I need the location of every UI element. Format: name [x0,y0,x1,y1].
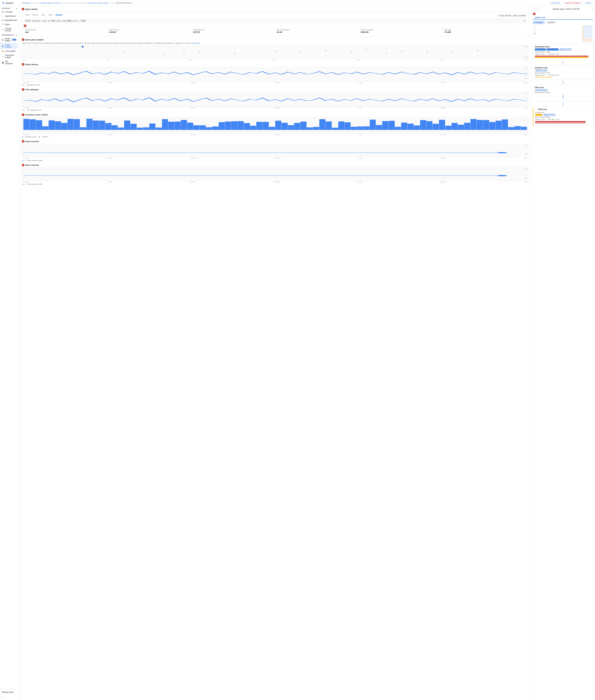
zoom-reset-button[interactable]: ↺ [533,32,536,35]
query-plan-tab[interactable]: QUERY PLAN [533,16,547,20]
scatter-dot[interactable] [199,51,200,53]
avg-cpu-value: 1,968.93 [109,31,190,33]
scatter-dot[interactable] [123,52,124,53]
time-tab-30days[interactable]: 30 days [55,13,63,16]
qp-cpu-time: CPU time: 2.75 s [548,119,560,120]
time-tab-1hour[interactable]: 1 hour [24,13,31,16]
date-range-picker[interactable]: ✓ 3/1/23, 8:43 PM – 3/2/23, 12:04 AM [497,14,527,17]
delete-database-button[interactable]: DELETE DATABASE [563,1,582,5]
time-tab-6hours[interactable]: 6 hours [31,13,39,16]
bar-item [495,121,502,130]
time-tab-7days[interactable]: 7 days [47,13,54,16]
cpu-y-top: 8s [526,93,527,94]
scatter-dot[interactable] [426,52,428,53]
bar-item [414,125,420,130]
qp-node-table-scan[interactable]: ⚠ Table scan on order_item Full scan Hig… [533,107,593,125]
stats-row: Execution Count 340 Avg. CPU (ms) 1,968.… [24,28,527,34]
sidebar-item-release-notes[interactable]: Release Notes [0,690,18,694]
scatter-dot[interactable] [300,52,301,53]
scatter-dot[interactable] [477,50,478,51]
cpu-utilization-title: 6 CPU utilization [22,88,529,91]
bar-item [244,123,250,130]
key-visualizer-icon: ▦ [2,61,4,64]
sidebar-item-query[interactable]: ? Query [0,22,18,27]
zoom-in-button[interactable]: + [533,25,536,28]
badge-full-scan: Full scan [535,114,542,116]
bar-item [143,127,149,130]
scatter-dot[interactable] [452,51,453,53]
sidebar-collapse-button[interactable]: « [0,694,19,699]
nav-prev-button[interactable]: ‹ [533,8,536,11]
sidebar-item-lock-insights[interactable]: 🔒 Lock insights [0,49,18,53]
bar-item [445,126,451,130]
breadcrumb-instance-name[interactable]: example-instance: Overview [40,2,60,4]
qp-connector-3 [533,103,593,106]
sidebar-item-overview[interactable]: ☰ Overview [0,10,18,14]
bar-item [325,121,332,130]
bar-item [301,122,307,130]
sidebar-item-transaction-insights[interactable]: ↔ Transaction insights [0,53,18,59]
qp-node-filter-scan[interactable]: Filter scan Highest row count Rows retur… [533,85,593,101]
cpu-chart: 8s 4s 0 [22,92,529,107]
copy-sql-button[interactable]: ⧉ [524,20,525,22]
qp-metric-row: Latency: 2.76 s CPU time: 2.78 s [535,53,591,55]
qp-node-distributed-union[interactable]: Distributed union Highest latency Highes… [533,44,593,60]
bar-item [193,125,200,130]
bar-item [269,127,275,130]
expand-button[interactable]: ⤢ [591,8,593,11]
bar-item [131,124,137,130]
bar-item [118,127,124,130]
sidebar-item-import-export[interactable]: ↕ Import/Export [0,14,18,18]
scatter-dot[interactable] [350,51,352,53]
import-export-icon: ↕ [2,15,4,17]
scatter-dot[interactable] [275,51,276,52]
sidebar-item-query-label: Query [5,23,10,26]
zoom-out-button[interactable]: − [533,29,536,32]
scatter-dot[interactable] [386,53,387,54]
scatter-dot-selected[interactable] [82,46,84,48]
expanded-button[interactable]: EXPANDED [533,21,544,24]
qp-node-title: Distributed union [535,46,591,48]
scatter-dot[interactable] [163,54,164,55]
bar-item [275,121,281,130]
breadcrumb-all-instances[interactable]: All instances [22,2,31,4]
overview-icon: ☰ [2,11,4,13]
latency-legend: Avg latency: 2.236s [22,84,529,86]
scatter-dot[interactable] [234,53,235,54]
breadcrumb-database-name[interactable]: example-db-1: Query insights [87,2,108,4]
scatter-dot[interactable] [401,51,402,52]
bar-item [181,120,187,130]
cpu-chart-svg [23,93,527,104]
bar-item [420,120,426,130]
exec-x-labels: UTC+5:30 9:30 PM 10:00 PM 10:30 PM 11 PM… [22,134,529,136]
learn-button[interactable]: LEARN [584,1,593,5]
exec-legend-label: Execution count: 1 [25,136,37,138]
bar-item [338,121,344,130]
compact-button[interactable]: COMPACT [546,21,557,24]
scatter-dot[interactable] [366,49,367,51]
scatter-plot[interactable]: 3.00s 1.50s [22,45,529,59]
bar-item [137,128,143,130]
bar-item [489,122,495,130]
scatter-dot[interactable] [325,50,326,51]
rows-returned-y-top: 50k [525,168,527,170]
write-ddl-button[interactable]: WRITE DDL [549,1,562,5]
query-plan-samples-section: 3 Query plan samples Select one of the d… [22,38,529,61]
time-tab-1day[interactable]: 1 day [40,13,46,16]
learn-more-link[interactable]: Learn more [191,42,200,44]
sidebar-item-system-insights[interactable]: ◈ System insights NEW [0,36,18,43]
nav-arrows: ‹ › [533,8,541,11]
badge-highest-row-count: Highest row count [535,89,548,91]
bar-item [23,119,29,130]
qp-node-badges: Highest latency Highest CPU time Highest… [535,49,591,51]
nav-next-button[interactable]: › [537,8,541,11]
scatter-dot[interactable] [183,53,185,54]
qp-node-serialize-result[interactable]: Serialize result Highest row count Rows … [533,65,593,80]
sidebar-item-backup-restore[interactable]: ⟳ Backup/Restore [0,18,18,22]
rows-returned-title: 9 Rows returned [22,164,529,166]
cpu-utilization-section: 6 CPU utilization 8s 4s 0 UTC+5:30 9:30 … [22,88,529,111]
sidebar-item-change-streams[interactable]: 〜 Change streams [0,27,18,33]
sidebar-item-key-visualizer[interactable]: ▦ Key Visualizer [0,59,18,66]
badge-highest-row-count: Highest row count [543,114,556,116]
sidebar-item-query-insights[interactable]: ◉ Query insights [0,43,18,49]
